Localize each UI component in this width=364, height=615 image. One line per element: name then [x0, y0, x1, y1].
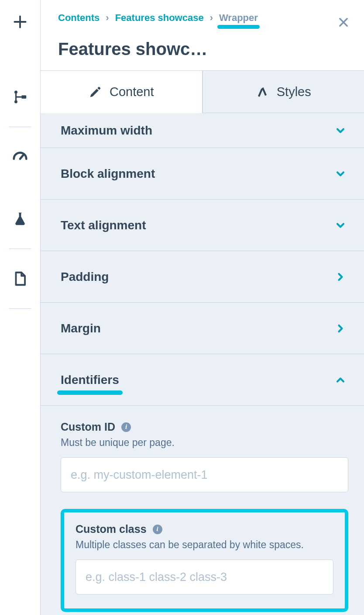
chevron-down-icon: [334, 168, 347, 180]
tab-content[interactable]: Content: [41, 71, 203, 113]
custom-id-input[interactable]: [61, 457, 348, 492]
info-icon[interactable]: i: [121, 422, 131, 432]
info-icon[interactable]: i: [153, 525, 162, 534]
accordion-label: Text alignment: [61, 218, 146, 232]
plus-icon: [12, 14, 28, 30]
custom-class-highlight: Custom class i Multiple classes can be s…: [61, 509, 348, 612]
breadcrumb-features[interactable]: Features showcase: [115, 12, 204, 24]
sidebar-divider: [9, 249, 31, 249]
tool-sidebar: [0, 0, 40, 615]
chevron-up-icon: [334, 374, 347, 386]
tab-styles-label: Styles: [277, 85, 311, 99]
chevron-right-icon: [334, 271, 347, 283]
accordion-identifiers[interactable]: Identifiers: [41, 354, 364, 406]
custom-class-label: Custom class: [76, 523, 147, 536]
breadcrumb: Contents › Features showcase › Wrapper: [58, 12, 348, 24]
svg-point-2: [14, 90, 17, 93]
accordion-block-alignment[interactable]: Block alignment: [41, 148, 364, 200]
custom-id-help: Must be unique per page.: [61, 437, 348, 449]
flask-icon: [12, 211, 28, 227]
brush-icon: [256, 85, 269, 98]
performance-button[interactable]: [3, 141, 38, 173]
custom-id-group: Custom ID i Must be unique per page.: [61, 418, 348, 495]
tree-button[interactable]: [3, 81, 38, 113]
identifiers-panel: Custom ID i Must be unique per page. Cus…: [41, 406, 364, 615]
custom-id-label: Custom ID: [61, 421, 115, 433]
accordion-text-alignment[interactable]: Text alignment: [41, 200, 364, 251]
add-button[interactable]: [3, 6, 38, 38]
accordion-margin[interactable]: Margin: [41, 303, 364, 354]
custom-class-input[interactable]: [76, 560, 333, 594]
breadcrumb-separator-icon: ›: [106, 12, 109, 24]
chevron-right-icon: [334, 322, 347, 335]
accordion-label: Block alignment: [61, 167, 155, 181]
accordion-label: Padding: [61, 270, 109, 284]
breadcrumb-separator-icon: ›: [210, 12, 213, 24]
sidebar-divider: [9, 127, 31, 127]
styles-content: Maximum width Block alignment Text align…: [41, 113, 364, 615]
chevron-down-icon: [334, 219, 347, 231]
breadcrumb-contents[interactable]: Contents: [58, 12, 100, 24]
gauge-icon: [12, 149, 28, 165]
sidebar-divider: [9, 308, 31, 309]
breadcrumb-current: Wrapper: [219, 12, 258, 24]
accordion-max-width[interactable]: Maximum width: [41, 113, 364, 148]
pencil-icon: [89, 86, 102, 99]
close-button[interactable]: [336, 15, 351, 30]
svg-point-3: [14, 100, 17, 104]
file-icon: [12, 270, 28, 287]
svg-rect-4: [21, 95, 26, 98]
svg-line-5: [20, 155, 24, 159]
tab-bar: Content Styles: [41, 70, 364, 113]
accordion-padding[interactable]: Padding: [41, 251, 364, 303]
page-title: Features showc…: [58, 39, 302, 59]
experiment-button[interactable]: [3, 203, 38, 235]
panel-header: Contents › Features showcase › Wrapper F…: [41, 0, 364, 70]
tree-icon: [12, 89, 28, 105]
close-icon: [337, 16, 350, 28]
chevron-down-icon: [334, 124, 347, 137]
accordion-label: Maximum width: [61, 124, 152, 138]
accordion-label: Margin: [61, 321, 101, 335]
accordion-label: Identifiers: [61, 373, 119, 387]
custom-class-help: Multiple classes can be separated by whi…: [76, 539, 333, 551]
tab-content-label: Content: [110, 85, 154, 99]
file-button[interactable]: [3, 263, 38, 294]
settings-panel: Contents › Features showcase › Wrapper F…: [40, 0, 364, 615]
tab-styles[interactable]: Styles: [203, 71, 364, 113]
